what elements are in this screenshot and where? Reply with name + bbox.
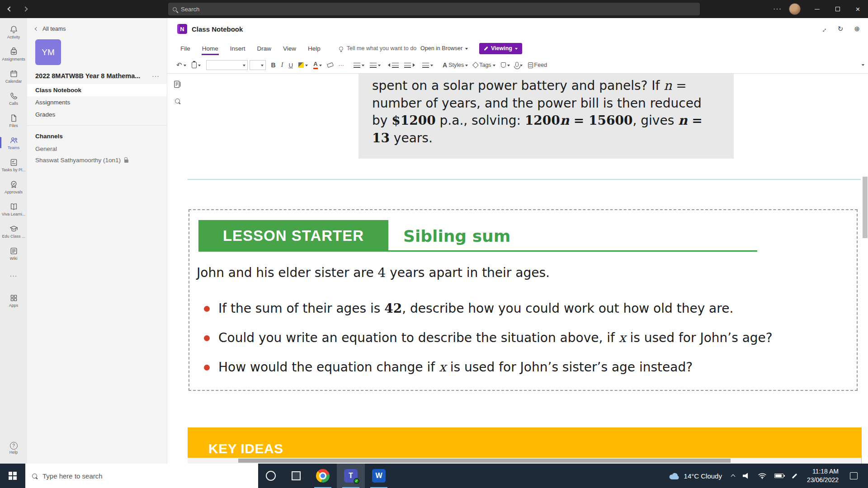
- minimize-button[interactable]: [807, 0, 827, 18]
- expand-icon[interactable]: ↔: [818, 24, 829, 34]
- outdent-button[interactable]: [383, 59, 401, 71]
- search-icon: [32, 474, 37, 479]
- taskbar-teams[interactable]: T✓: [337, 464, 365, 488]
- more-formatting-button[interactable]: ···: [336, 59, 347, 71]
- action-center-button[interactable]: [844, 472, 868, 479]
- rail-item-calls[interactable]: Calls: [0, 87, 27, 109]
- rail-item-calendar[interactable]: Calendar: [0, 65, 27, 87]
- menu-home[interactable]: Home: [196, 41, 224, 56]
- battery-button[interactable]: [770, 474, 788, 478]
- start-button[interactable]: [0, 464, 25, 488]
- tags-button[interactable]: Tags: [471, 59, 498, 71]
- rail-item-files[interactable]: Files: [0, 109, 27, 131]
- forward-icon[interactable]: [23, 6, 28, 11]
- feed-button[interactable]: Feed: [525, 59, 550, 71]
- team-more-icon[interactable]: ···: [148, 72, 160, 80]
- sensitivity-button[interactable]: [498, 59, 513, 71]
- align-button[interactable]: [420, 59, 436, 71]
- chevron-down-icon: [430, 65, 433, 68]
- open-in-browser-icon[interactable]: ⊕: [854, 25, 860, 33]
- menu-draw[interactable]: Draw: [251, 41, 278, 56]
- global-search-input[interactable]: [181, 6, 695, 13]
- global-search-bar[interactable]: [168, 3, 700, 15]
- rail-item-viva-learning[interactable]: Viva Learni...: [0, 198, 27, 220]
- clear-formatting-button[interactable]: [325, 59, 336, 71]
- taskbar-clock[interactable]: 11:18 AM 23/06/2022: [802, 467, 844, 484]
- rail-item-tasks[interactable]: Tasks by Pl...: [0, 154, 27, 176]
- horizontal-scrollbar[interactable]: [188, 458, 861, 464]
- font-size-select[interactable]: [250, 60, 266, 70]
- all-teams-back[interactable]: All teams: [27, 18, 167, 35]
- close-button[interactable]: ×: [848, 0, 868, 18]
- volume-button[interactable]: [739, 473, 754, 479]
- rail-item-apps[interactable]: Apps: [0, 289, 27, 311]
- rail-label: Assignments: [2, 57, 25, 61]
- ribbon-overflow-button[interactable]: [862, 61, 864, 69]
- font-name-select[interactable]: [206, 60, 248, 70]
- search-pages-icon[interactable]: [175, 99, 180, 103]
- maximize-button[interactable]: [827, 0, 848, 18]
- user-avatar[interactable]: [789, 3, 801, 15]
- rail-item-help[interactable]: ? Help: [0, 437, 27, 459]
- task-view-button[interactable]: [283, 464, 309, 488]
- menu-insert[interactable]: Insert: [224, 41, 251, 56]
- show-hidden-icons-button[interactable]: [727, 474, 739, 478]
- feed-label: Feed: [534, 62, 547, 68]
- menu-help[interactable]: Help: [302, 41, 326, 56]
- taskbar-chrome[interactable]: [309, 464, 337, 488]
- network-button[interactable]: [754, 473, 770, 479]
- sidebar-item-assignments[interactable]: Assignments: [27, 96, 167, 108]
- rail-item-edu-class[interactable]: Edu Class ...: [0, 220, 27, 242]
- channel-general[interactable]: General: [27, 143, 167, 155]
- font-color-button[interactable]: A: [311, 59, 324, 71]
- align-icon: [422, 63, 429, 68]
- paste-button[interactable]: [189, 59, 203, 71]
- cortana-button[interactable]: [258, 464, 283, 488]
- page-canvas[interactable]: spent on a solar power battery and panel…: [188, 74, 868, 464]
- pen-settings-button[interactable]: [788, 475, 802, 477]
- tell-me-button[interactable]: Tell me what you want to do: [339, 45, 416, 52]
- taskbar-search-input[interactable]: [42, 472, 258, 480]
- open-in-browser-button[interactable]: Open in Browser: [420, 45, 468, 52]
- onenote-ribbon: ↶ B I U A ··· AStyles Tags Feed: [167, 57, 868, 74]
- rail-label: Approvals: [5, 190, 23, 194]
- back-icon[interactable]: [7, 6, 12, 11]
- numbered-list-button[interactable]: [367, 59, 383, 71]
- rail-item-more[interactable]: ···: [0, 264, 27, 286]
- rail-item-teams[interactable]: Teams: [0, 131, 27, 154]
- team-avatar[interactable]: YM: [35, 39, 61, 65]
- bullet-list-button[interactable]: [351, 59, 367, 71]
- settings-more-icon[interactable]: ···: [768, 5, 787, 13]
- chevron-down-icon: [184, 65, 186, 68]
- undo-button[interactable]: ↶: [174, 59, 189, 71]
- sidebar-item-grades[interactable]: Grades: [27, 108, 167, 121]
- notebooks-icon[interactable]: [173, 80, 182, 89]
- channel-1on1[interactable]: Shaswat Sathyamoorthy (1on1): [27, 155, 167, 166]
- menu-view[interactable]: View: [277, 41, 302, 56]
- styles-button[interactable]: AStyles: [440, 59, 471, 71]
- menu-file[interactable]: File: [175, 41, 196, 56]
- taskbar-search[interactable]: [25, 464, 258, 488]
- rail-item-activity[interactable]: Activity: [0, 21, 27, 43]
- team-name[interactable]: 2022 8MATW8B Year 8 Mathema...: [35, 72, 148, 80]
- viewing-mode-button[interactable]: Viewing: [479, 43, 522, 54]
- dictate-button[interactable]: [513, 59, 525, 71]
- rail-item-approvals[interactable]: Approvals: [0, 176, 27, 198]
- rail-item-wiki[interactable]: Wiki: [0, 242, 27, 264]
- indent-button[interactable]: [401, 59, 420, 71]
- bold-button[interactable]: B: [269, 59, 278, 71]
- refresh-icon[interactable]: ↻: [838, 25, 844, 33]
- vertical-scrollbar[interactable]: [863, 177, 868, 238]
- weather-widget[interactable]: 14°C Cloudy: [663, 472, 727, 480]
- rail-label: Calls: [9, 101, 18, 106]
- italic-button[interactable]: I: [278, 59, 286, 71]
- sidebar-item-class-notebook[interactable]: Class Notebook: [27, 84, 167, 96]
- horizontal-scrollbar-thumb[interactable]: [238, 459, 731, 463]
- rail-item-assignments[interactable]: Assignments: [0, 43, 27, 65]
- clipboard-icon: [192, 62, 197, 68]
- underline-button[interactable]: U: [286, 59, 296, 71]
- book-icon: [9, 202, 19, 211]
- taskbar-word[interactable]: W: [365, 464, 393, 488]
- titlebar: ··· ×: [0, 0, 868, 18]
- highlighter-button[interactable]: [296, 59, 311, 71]
